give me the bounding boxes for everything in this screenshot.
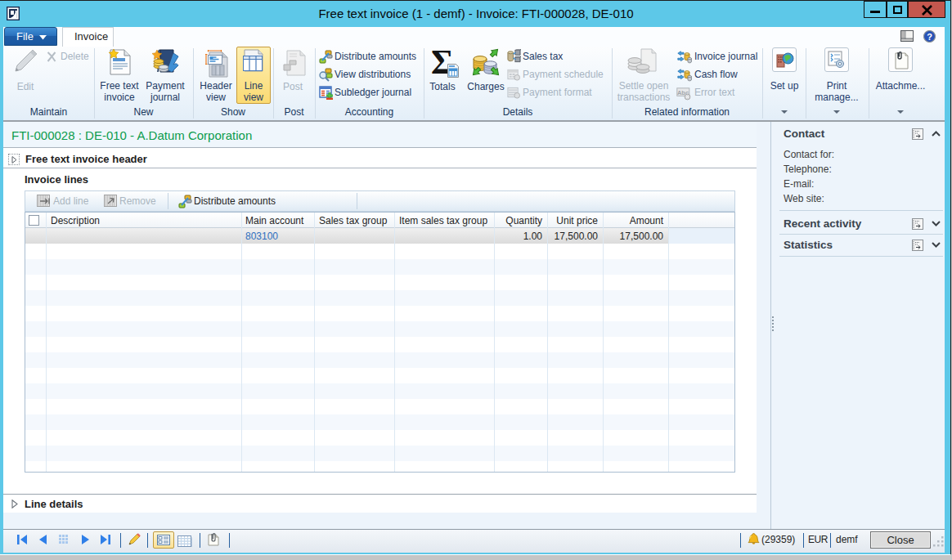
svg-text:?: ? <box>927 32 932 42</box>
